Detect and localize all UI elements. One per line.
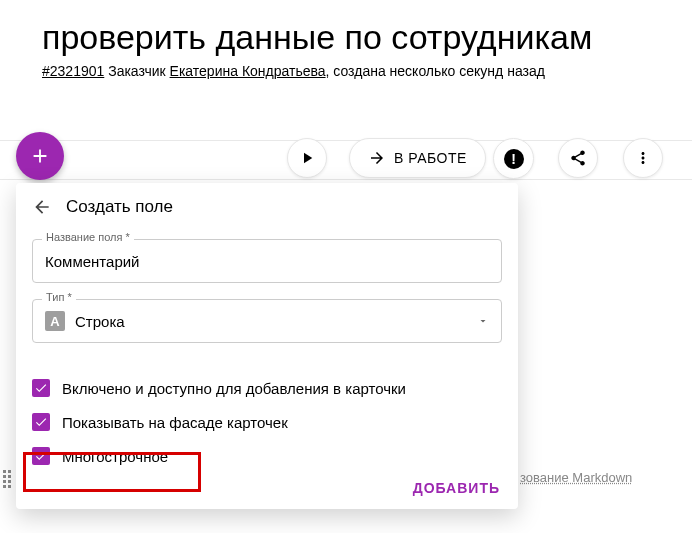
- checkbox-enabled[interactable]: Включено и доступно для добавления в кар…: [16, 371, 518, 405]
- task-id-link[interactable]: #2321901: [42, 63, 104, 79]
- share-button[interactable]: [558, 138, 598, 178]
- in-work-button[interactable]: В РАБОТЕ: [349, 138, 486, 178]
- checkbox-facade[interactable]: Показывать на фасаде карточек: [16, 405, 518, 439]
- more-button[interactable]: [623, 138, 663, 178]
- priority-button[interactable]: !: [493, 138, 534, 179]
- customer-name-link[interactable]: Екатерина Кондратьева: [170, 63, 326, 79]
- checkbox-multiline[interactable]: Многострочное: [16, 439, 518, 473]
- in-work-label: В РАБОТЕ: [394, 150, 467, 166]
- checkbox-label: Включено и доступно для добавления в кар…: [62, 380, 406, 397]
- share-icon: [569, 149, 587, 167]
- back-button[interactable]: [32, 197, 52, 217]
- markdown-hint: зование Markdown: [520, 470, 632, 485]
- type-value: Строка: [75, 313, 467, 330]
- more-vert-icon: [634, 149, 652, 167]
- submit-button[interactable]: ДОБАВИТЬ: [413, 480, 500, 496]
- chevron-down-icon: [477, 313, 489, 330]
- arrow-right-icon: [368, 149, 386, 167]
- play-button[interactable]: [287, 138, 327, 178]
- checkbox-label: Показывать на фасаде карточек: [62, 414, 288, 431]
- checkbox-icon: [32, 447, 50, 465]
- play-icon: [298, 149, 316, 167]
- name-field-input[interactable]: [32, 239, 502, 283]
- priority-icon: !: [504, 149, 524, 169]
- add-fab-button[interactable]: [16, 132, 64, 180]
- page-title: проверить данные по сотрудникам: [42, 18, 692, 57]
- plus-icon: [29, 145, 51, 167]
- panel-title: Создать поле: [66, 197, 173, 217]
- checkbox-icon: [32, 379, 50, 397]
- checkbox-icon: [32, 413, 50, 431]
- create-field-panel: Создать поле Название поля * Тип * A Стр…: [16, 183, 518, 509]
- type-letter-icon: A: [45, 311, 65, 331]
- drag-handle-icon: [3, 470, 11, 488]
- type-field-label: Тип *: [42, 291, 76, 303]
- created-text: , создана несколько секунд назад: [326, 63, 545, 79]
- arrow-left-icon: [32, 197, 52, 217]
- type-select[interactable]: A Строка: [32, 299, 502, 343]
- customer-label: Заказчик: [104, 63, 169, 79]
- checkbox-label: Многострочное: [62, 448, 168, 465]
- name-field-label: Название поля *: [42, 231, 134, 243]
- subtitle: #2321901 Заказчик Екатерина Кондратьева,…: [42, 63, 692, 79]
